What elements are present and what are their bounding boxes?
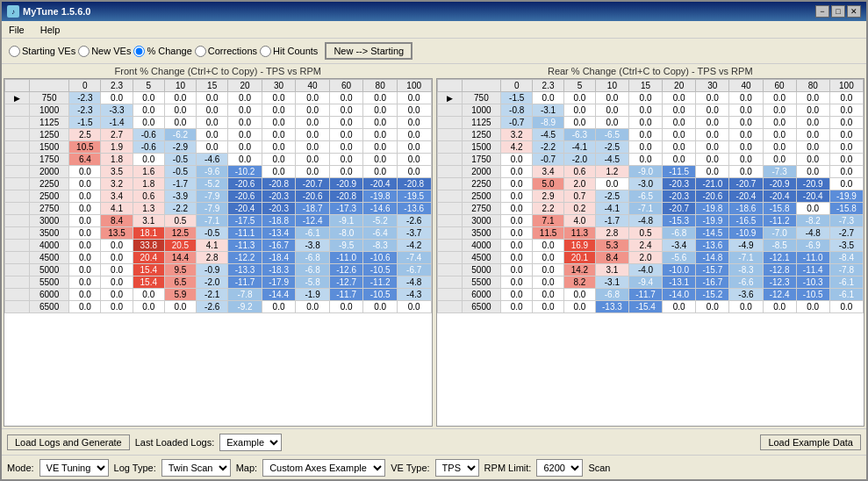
data-cell[interactable]: 0.0 <box>133 289 164 301</box>
data-cell[interactable]: 0.0 <box>69 178 101 190</box>
data-cell[interactable]: -4.8 <box>628 215 662 227</box>
data-cell[interactable]: -10.0 <box>663 264 696 276</box>
data-cell[interactable]: -9.4 <box>628 276 662 289</box>
data-cell[interactable]: -3.8 <box>296 240 330 252</box>
new-starting-button[interactable]: New --> Starting <box>325 42 412 60</box>
data-cell[interactable]: 0.0 <box>501 289 533 301</box>
data-cell[interactable]: 2.7 <box>101 129 133 141</box>
data-cell[interactable]: 0.0 <box>796 129 829 141</box>
data-cell[interactable]: -6.6 <box>729 276 763 289</box>
data-cell[interactable]: -7.0 <box>763 227 796 240</box>
radio-new-ves[interactable] <box>78 46 90 57</box>
data-cell[interactable]: -7.8 <box>829 264 863 276</box>
data-cell[interactable]: 0.6 <box>563 166 595 178</box>
data-cell[interactable]: 0.0 <box>829 154 863 166</box>
data-cell[interactable]: 0.0 <box>563 289 595 301</box>
data-cell[interactable]: -7.9 <box>197 203 228 215</box>
data-cell[interactable]: 0.0 <box>69 203 101 215</box>
data-cell[interactable]: 0.0 <box>829 178 863 190</box>
data-cell[interactable]: -13.6 <box>397 203 431 215</box>
data-cell[interactable]: -6.8 <box>663 227 696 240</box>
log-type-dropdown[interactable]: Twin Scan <box>161 459 231 477</box>
data-cell[interactable]: 0.0 <box>696 301 729 313</box>
front-table-wrapper[interactable]: 0 2.3 5 10 15 20 30 40 60 80 100 <box>4 78 433 427</box>
data-cell[interactable]: 0.0 <box>329 104 363 117</box>
data-cell[interactable]: 0.0 <box>296 154 330 166</box>
data-cell[interactable]: 0.0 <box>329 301 363 313</box>
data-cell[interactable]: 4.1 <box>101 203 133 215</box>
data-cell[interactable]: 0.0 <box>796 203 829 215</box>
data-cell[interactable]: -6.7 <box>397 264 431 276</box>
data-cell[interactable]: 16.9 <box>563 240 595 252</box>
data-cell[interactable]: 0.0 <box>501 215 533 227</box>
data-cell[interactable]: 0.0 <box>595 178 628 190</box>
data-cell[interactable]: -4.5 <box>533 129 564 141</box>
close-button[interactable]: ✕ <box>847 5 861 18</box>
data-cell[interactable]: -6.3 <box>563 129 595 141</box>
data-cell[interactable]: -17.5 <box>228 215 262 227</box>
data-cell[interactable]: 0.0 <box>363 129 398 141</box>
load-logs-button[interactable]: Load Logs and Generate <box>7 434 130 450</box>
data-cell[interactable]: 0.0 <box>262 92 296 104</box>
data-cell[interactable]: -8.0 <box>329 227 363 240</box>
data-cell[interactable]: 18.1 <box>133 227 164 240</box>
data-cell[interactable]: 2.0 <box>628 252 662 264</box>
data-cell[interactable]: -11.0 <box>329 252 363 264</box>
data-cell[interactable]: -0.8 <box>501 104 533 117</box>
data-cell[interactable]: 0.0 <box>69 252 101 264</box>
data-cell[interactable]: 0.0 <box>133 154 164 166</box>
data-cell[interactable]: -14.4 <box>262 289 296 301</box>
data-cell[interactable]: -2.0 <box>563 154 595 166</box>
data-cell[interactable]: 0.0 <box>262 166 296 178</box>
data-cell[interactable]: -9.5 <box>329 240 363 252</box>
data-cell[interactable]: -11.3 <box>228 240 262 252</box>
data-cell[interactable]: 0.0 <box>595 117 628 129</box>
data-cell[interactable]: 0.0 <box>397 129 431 141</box>
data-cell[interactable]: -19.9 <box>829 190 863 203</box>
data-cell[interactable]: -4.1 <box>563 141 595 154</box>
data-cell[interactable]: -6.9 <box>796 240 829 252</box>
data-cell[interactable]: 8.2 <box>563 276 595 289</box>
data-cell[interactable]: 0.2 <box>563 203 595 215</box>
data-cell[interactable]: -6.8 <box>296 252 330 264</box>
data-cell[interactable]: 0.0 <box>533 92 564 104</box>
data-cell[interactable]: -5.6 <box>663 252 696 264</box>
data-cell[interactable]: 0.6 <box>133 190 164 203</box>
data-cell[interactable]: -4.2 <box>397 240 431 252</box>
data-cell[interactable]: 0.5 <box>164 215 196 227</box>
data-cell[interactable]: 0.0 <box>563 117 595 129</box>
data-cell[interactable]: 0.0 <box>829 117 863 129</box>
data-cell[interactable]: 0.0 <box>69 301 101 313</box>
data-cell[interactable]: -11.2 <box>363 276 398 289</box>
data-cell[interactable]: -9.1 <box>329 215 363 227</box>
data-cell[interactable]: 15.4 <box>133 276 164 289</box>
data-cell[interactable]: 0.0 <box>533 301 564 313</box>
data-cell[interactable]: 0.0 <box>628 117 662 129</box>
data-cell[interactable]: 8.4 <box>101 215 133 227</box>
data-cell[interactable]: -5.8 <box>296 276 330 289</box>
data-cell[interactable]: -3.7 <box>397 227 431 240</box>
data-cell[interactable]: -18.3 <box>262 264 296 276</box>
data-cell[interactable]: -0.7 <box>533 154 564 166</box>
data-cell[interactable]: 0.0 <box>696 154 729 166</box>
data-cell[interactable]: 0.0 <box>729 141 763 154</box>
data-cell[interactable]: -19.5 <box>397 190 431 203</box>
data-cell[interactable]: -10.2 <box>228 166 262 178</box>
data-cell[interactable]: 0.0 <box>329 92 363 104</box>
data-cell[interactable]: 0.0 <box>164 301 196 313</box>
data-cell[interactable]: 0.0 <box>563 104 595 117</box>
radio-starting-ves-label[interactable]: Starting VEs <box>9 46 75 57</box>
data-cell[interactable]: 0.0 <box>696 129 729 141</box>
data-cell[interactable]: 0.0 <box>228 129 262 141</box>
data-cell[interactable]: 0.0 <box>133 117 164 129</box>
data-cell[interactable]: 0.0 <box>663 117 696 129</box>
data-cell[interactable]: 0.0 <box>133 104 164 117</box>
data-cell[interactable]: 0.0 <box>363 141 398 154</box>
data-cell[interactable]: -7.4 <box>397 252 431 264</box>
data-cell[interactable]: 1.8 <box>133 178 164 190</box>
data-cell[interactable]: -2.9 <box>164 141 196 154</box>
data-cell[interactable]: 13.5 <box>101 227 133 240</box>
data-cell[interactable]: 3.5 <box>101 166 133 178</box>
data-cell[interactable]: 14.4 <box>164 252 196 264</box>
data-cell[interactable]: 0.0 <box>197 117 228 129</box>
